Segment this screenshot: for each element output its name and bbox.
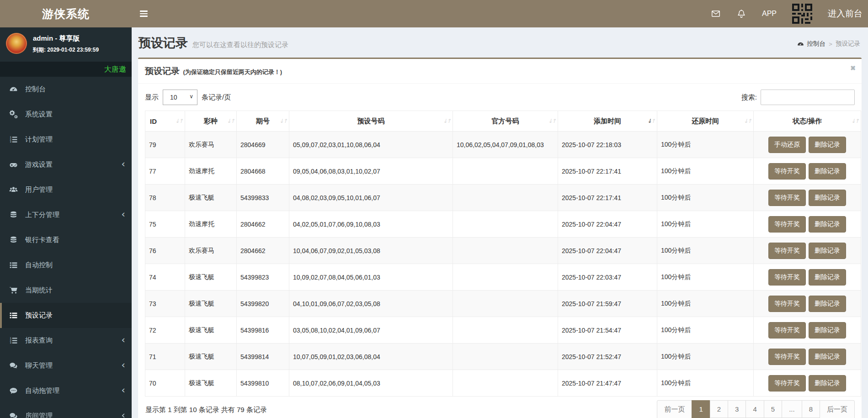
table-row: 78极速飞艇5439983304,08,02,03,09,05,10,01,06… — [145, 185, 861, 211]
column-header-1[interactable]: ID↓↑ — [145, 111, 185, 132]
table-footer: 显示第 1 到第 10 条记录 共有 79 条记录 前一页12345...8后一… — [145, 397, 855, 418]
page-4[interactable]: 4 — [746, 400, 764, 418]
breadcrumb-home[interactable]: 控制台 — [807, 40, 826, 48]
sidebar-item-report-query[interactable]: 123报表查询‹ — [0, 328, 132, 353]
length-suffix-label: 条记录/页 — [202, 93, 231, 102]
waiting-draw-button[interactable]: 等待开奖 — [768, 243, 806, 259]
sidebar-toggle-button[interactable] — [132, 0, 155, 27]
cell-issue-number: 54399816 — [237, 317, 289, 344]
cell-official-numbers: 10,06,02,05,04,07,09,01,08,03 — [453, 132, 558, 158]
sidebar-item-user-management[interactable]: 用户管理 — [0, 177, 132, 202]
page-next[interactable]: 后一页 — [820, 400, 855, 418]
column-label: 彩种 — [204, 117, 218, 125]
page-5[interactable]: 5 — [764, 400, 782, 418]
delete-record-button[interactable]: 删除记录 — [809, 137, 846, 153]
page-size-select[interactable]: 10 — [163, 90, 197, 105]
waiting-draw-button[interactable]: 等待开奖 — [768, 375, 806, 392]
delete-record-button[interactable]: 删除记录 — [809, 375, 846, 392]
table-row: 73极速飞艇5439982004,10,01,09,06,07,02,03,05… — [145, 291, 861, 317]
page-1[interactable]: 1 — [692, 400, 710, 418]
cell-preset-numbers: 04,08,02,03,09,05,10,01,06,07 — [289, 185, 453, 211]
cell-preset-numbers: 05,09,07,02,03,01,10,08,06,04 — [289, 132, 453, 158]
column-header-7[interactable]: 还原时间↓↑ — [657, 111, 754, 132]
sort-icon: ↓↑ — [175, 118, 182, 124]
sort-icon: ↓↑ — [851, 118, 858, 124]
pagination-item: 5 — [764, 400, 782, 418]
column-header-5[interactable]: 官方号码↓↑ — [453, 111, 558, 132]
search-input[interactable] — [761, 90, 855, 105]
sidebar-item-plan-management[interactable]: 123计划管理 — [0, 127, 132, 152]
cell-id: 79 — [145, 132, 185, 158]
table-row: 79欢乐赛马280466905,09,07,02,03,01,10,08,06,… — [145, 132, 861, 158]
sidebar-item-auto-bot-management[interactable]: 自动拖管理‹ — [0, 378, 132, 403]
column-label: 期号 — [256, 117, 270, 125]
page-ellipsis[interactable]: ... — [782, 400, 802, 418]
sidebar-item-label: 游戏设置 — [25, 160, 53, 169]
pagination-item: 2 — [710, 400, 728, 418]
delete-record-button[interactable]: 删除记录 — [809, 269, 846, 286]
cell-preset-numbers: 10,07,05,09,01,02,03,06,08,04 — [289, 344, 453, 370]
cell-game-type: 欢乐赛马 — [185, 132, 237, 158]
sidebar-item-game-settings[interactable]: 游戏设置‹ — [0, 152, 132, 177]
delete-record-button[interactable]: 删除记录 — [809, 243, 846, 259]
column-header-3[interactable]: 期号↓↑ — [237, 111, 289, 132]
close-icon[interactable]: ✖ — [850, 65, 856, 71]
waiting-draw-button[interactable]: 等待开奖 — [768, 190, 806, 206]
enter-frontend-link[interactable]: 进入前台 — [828, 8, 863, 20]
sidebar-item-chat-management[interactable]: 聊天管理‹ — [0, 353, 132, 378]
qr-code-icon[interactable] — [792, 4, 812, 24]
cell-added-time: 2025-10-07 21:52:47 — [558, 344, 657, 370]
cell-game-type: 极速飞艇 — [185, 344, 237, 370]
messages-icon[interactable] — [711, 9, 721, 19]
list-ol-icon: 123 — [9, 336, 20, 345]
delete-record-button[interactable]: 删除记录 — [809, 349, 846, 365]
cell-added-time: 2025-10-07 22:18:03 — [558, 132, 657, 158]
delete-record-button[interactable]: 删除记录 — [809, 216, 846, 233]
waiting-draw-button[interactable]: 等待开奖 — [768, 349, 806, 365]
sidebar-item-bankcard-view[interactable]: 银行卡查看 — [0, 228, 132, 253]
sidebar-item-console[interactable]: 控制台 — [0, 77, 132, 102]
sidebar-item-system-settings[interactable]: 系统设置 — [0, 102, 132, 127]
page-8[interactable]: 8 — [802, 400, 820, 418]
cell-game-type: 欢乐赛马 — [185, 238, 237, 264]
app-link[interactable]: APP — [762, 10, 777, 18]
cell-issue-number: 54399823 — [237, 264, 289, 291]
column-header-4[interactable]: 预设号码↓↑ — [289, 111, 453, 132]
page-2[interactable]: 2 — [710, 400, 728, 418]
sidebar-item-current-stats[interactable]: 当期统计 — [0, 278, 132, 303]
sidebar-item-label: 自动拖管理 — [25, 386, 59, 395]
waiting-draw-button[interactable]: 等待开奖 — [768, 296, 806, 312]
column-label: 添加时间 — [594, 117, 621, 125]
notifications-icon[interactable] — [736, 9, 746, 19]
dashboard-icon — [9, 85, 20, 94]
column-header-6[interactable]: 添加时间↓↑ — [558, 111, 657, 132]
delete-record-button[interactable]: 删除记录 — [809, 322, 846, 339]
manual-restore-button[interactable]: 手动还原 — [768, 137, 806, 153]
waiting-draw-button[interactable]: 等待开奖 — [768, 269, 806, 286]
sidebar-item-label: 预设记录 — [25, 311, 53, 320]
waiting-draw-button[interactable]: 等待开奖 — [768, 163, 806, 180]
sidebar-item-updown-management[interactable]: 上下分管理‹ — [0, 202, 132, 228]
cell-restore-time: 100分钟后 — [657, 238, 754, 264]
waiting-draw-button[interactable]: 等待开奖 — [768, 216, 806, 233]
sidebar-item-auto-control[interactable]: 自动控制 — [0, 253, 132, 278]
brand-logo[interactable]: 游侠系统 — [0, 0, 132, 27]
search-control: 搜索: — [741, 90, 855, 105]
svg-text:3: 3 — [10, 341, 12, 344]
page-prev[interactable]: 前一页 — [657, 400, 692, 418]
column-header-8[interactable]: 状态/操作↓↑ — [754, 111, 861, 132]
delete-record-button[interactable]: 删除记录 — [809, 190, 846, 206]
cell-actions: 等待开奖删除记录 — [754, 185, 861, 211]
delete-record-button[interactable]: 删除记录 — [809, 296, 846, 312]
waiting-draw-button[interactable]: 等待开奖 — [768, 322, 806, 339]
sidebar-item-label: 用户管理 — [25, 185, 53, 194]
sidebar-item-preset-records[interactable]: 预设记录 — [0, 303, 132, 328]
cell-official-numbers — [453, 264, 558, 291]
sidebar-item-label: 当期统计 — [25, 286, 53, 295]
column-header-2[interactable]: 彩种↓↑ — [185, 111, 237, 132]
cell-restore-time: 100分钟后 — [657, 132, 754, 158]
delete-record-button[interactable]: 删除记录 — [809, 163, 846, 180]
sidebar-item-room-management[interactable]: 房间管理‹ — [0, 403, 132, 418]
page-3[interactable]: 3 — [728, 400, 746, 418]
database-icon — [9, 236, 20, 244]
